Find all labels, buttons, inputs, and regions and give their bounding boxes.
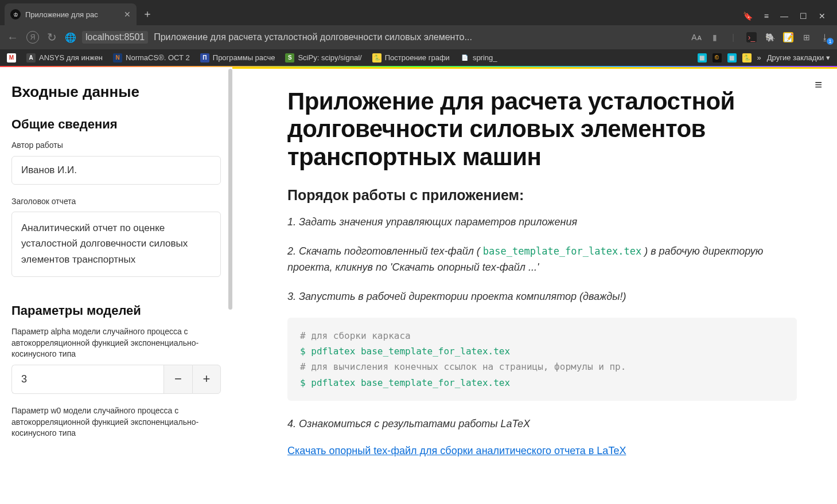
alpha-input[interactable] (11, 365, 163, 394)
window-controls: 🔖 ≡ — ☐ ✕ (731, 11, 837, 25)
address-bar-icons: Aᴀ ▮ | ›_ 🐘 📝 ⊞ ⭳ (691, 32, 830, 42)
sidebar: Входные данные Общие сведения Автор рабо… (0, 67, 232, 504)
alpha-increment-button[interactable]: + (192, 365, 221, 394)
code-line-4: $ pdflatex base_template_for_latex.tex (300, 375, 784, 390)
url-page-title: Приложение для расчета усталостной долго… (154, 32, 472, 42)
section-general-heading: Общие сведения (11, 117, 221, 132)
bookmark-ansys[interactable]: AANSYS для инжен (26, 53, 103, 62)
menu-header-icon[interactable]: ≡ (764, 11, 769, 21)
author-input[interactable] (11, 156, 221, 185)
reload-button[interactable]: ↻ (47, 30, 57, 44)
bookmarks-bar: M AANSYS для инжен NNormaCS®. ОСТ 2 ППро… (0, 49, 837, 67)
step-4: 4. Ознакомиться с результатами работы La… (287, 416, 797, 432)
report-title-label: Заголовок отчета (11, 196, 221, 208)
close-window-button[interactable]: ✕ (819, 11, 826, 21)
tab-title: Приложение для рас (25, 10, 119, 19)
maximize-button[interactable]: ☐ (800, 11, 807, 21)
bookmark-spring[interactable]: 📄spring_ (460, 53, 497, 62)
bookmark-flag-icon[interactable]: ▮ (710, 32, 720, 42)
ext-terminal-icon[interactable]: ›_ (746, 32, 757, 42)
tab-favicon-icon: ♔ (10, 9, 21, 19)
bookmark-scipy[interactable]: SSciPy: scipy/signal/ (285, 53, 361, 62)
download-tex-link[interactable]: Скачать опорный tex-файл для сборки анал… (287, 445, 626, 456)
page-title: Приложение для расчета усталостной долго… (287, 88, 797, 171)
downloads-icon[interactable]: ⭳ (820, 32, 830, 42)
report-title-textarea[interactable] (11, 212, 221, 277)
w0-label: Параметр w0 модели случайного процесса с… (11, 405, 221, 439)
new-tab-button[interactable]: ＋ (142, 7, 153, 21)
workflow-heading: Порядок работы с приложением: (287, 187, 797, 204)
step-3: 3. Запустить в рабочей директории проект… (287, 288, 797, 305)
other-bookmarks-button[interactable]: Другие закладки ▾ (767, 53, 830, 62)
bookmark-plotting[interactable]: 🐍Построение графи (372, 53, 450, 62)
bookmark-normacs[interactable]: NNormaCS®. ОСТ 2 (113, 53, 190, 62)
hamburger-menu-icon[interactable]: ≡ (815, 77, 822, 92)
minimize-button[interactable]: — (780, 11, 788, 21)
section-params-heading: Параметры моделей (11, 303, 221, 318)
tex-filename-code: base_template_for_latex.tex (483, 245, 641, 257)
extensions-icon[interactable]: ⊞ (801, 32, 812, 42)
bookmark-gmail[interactable]: M (7, 53, 16, 62)
alpha-decrement-button[interactable]: − (163, 365, 192, 394)
bookmark-header-icon[interactable]: 🔖 (743, 11, 753, 21)
back-button[interactable]: ← (7, 31, 18, 44)
url-bar[interactable]: 🌐 localhost:8501 Приложение для расчета … (65, 31, 683, 44)
browser-chrome: ♔ Приложение для рас ✕ ＋ 🔖 ≡ — ☐ ✕ ← Я ↻… (0, 0, 837, 67)
browser-tab[interactable]: ♔ Приложение для рас ✕ (5, 3, 137, 25)
bookmark-extra-4-icon[interactable]: 🐍 (742, 53, 752, 62)
bookmark-programs[interactable]: ППрограммы расче (200, 53, 275, 62)
yandex-home-icon[interactable]: Я (26, 31, 39, 44)
alpha-label: Параметр alpha модели случайного процесс… (11, 326, 221, 360)
bookmark-extra-3-icon[interactable]: ▦ (727, 53, 737, 62)
bookmark-extra-1-icon[interactable]: ▦ (698, 53, 707, 62)
bookmark-extra-2-icon[interactable]: © (713, 53, 722, 62)
tab-bar: ♔ Приложение для рас ✕ ＋ 🔖 ≡ — ☐ ✕ (0, 0, 837, 25)
code-block: # для сборки каркаса $ pdflatex base_tem… (287, 318, 797, 401)
code-line-3: # для вычисления конечных ссылок на стра… (300, 359, 784, 374)
site-info-icon[interactable]: 🌐 (65, 32, 76, 43)
separator: | (728, 32, 738, 42)
bookmarks-overflow-icon[interactable]: » (757, 53, 761, 62)
address-bar: ← Я ↻ 🌐 localhost:8501 Приложение для ра… (0, 25, 837, 49)
sidebar-title: Входные данные (11, 83, 221, 101)
code-line-2: $ pdflatex base_template_for_latex.tex (300, 343, 784, 359)
alpha-number-widget: − + (11, 365, 221, 394)
url-host: localhost:8501 (82, 31, 148, 44)
main-content: ≡ Приложение для расчета усталостной дол… (232, 67, 837, 504)
ext-evernote-icon[interactable]: 🐘 (765, 32, 775, 42)
sidebar-scrollbar[interactable] (228, 69, 232, 310)
tab-close-icon[interactable]: ✕ (124, 10, 131, 19)
code-line-1: # для сборки каркаса (300, 328, 784, 343)
ext-keep-icon[interactable]: 📝 (783, 32, 793, 42)
step-1: 1. Задать значения управляющих параметро… (287, 214, 797, 230)
step-2: 2. Скачать подготовленный tex-файл ( bas… (287, 243, 797, 276)
author-label: Автор работы (11, 140, 221, 151)
app-container: Входные данные Общие сведения Автор рабо… (0, 67, 837, 504)
translate-icon[interactable]: Aᴀ (691, 32, 702, 42)
